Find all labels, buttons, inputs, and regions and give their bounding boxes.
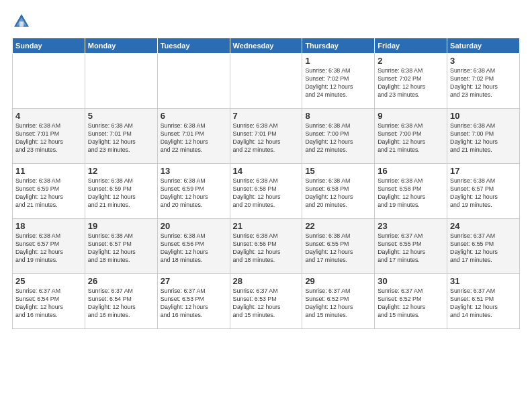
calendar-cell: 2Sunrise: 6:38 AM Sunset: 7:02 PM Daylig… — [375, 54, 447, 109]
day-number: 15 — [305, 166, 371, 176]
calendar-cell — [157, 54, 230, 109]
calendar-cell — [230, 54, 302, 109]
day-info: Sunrise: 6:38 AM Sunset: 7:01 PM Dayligh… — [15, 122, 82, 154]
calendar-cell: 16Sunrise: 6:38 AM Sunset: 6:58 PM Dayli… — [375, 164, 447, 219]
day-number: 18 — [15, 221, 82, 231]
day-info: Sunrise: 6:37 AM Sunset: 6:55 PM Dayligh… — [450, 232, 517, 265]
day-info: Sunrise: 6:37 AM Sunset: 6:51 PM Dayligh… — [450, 287, 517, 320]
calendar-cell: 24Sunrise: 6:37 AM Sunset: 6:55 PM Dayli… — [447, 219, 520, 274]
weekday-header: Friday — [375, 38, 447, 54]
day-number: 5 — [88, 111, 154, 121]
calendar-cell: 20Sunrise: 6:38 AM Sunset: 6:56 PM Dayli… — [157, 219, 230, 274]
day-number: 30 — [378, 276, 444, 286]
calendar-week-row: 18Sunrise: 6:38 AM Sunset: 6:57 PM Dayli… — [13, 219, 520, 274]
calendar-cell: 10Sunrise: 6:38 AM Sunset: 7:00 PM Dayli… — [447, 109, 520, 164]
day-info: Sunrise: 6:37 AM Sunset: 6:53 PM Dayligh… — [233, 287, 300, 320]
day-number: 8 — [305, 111, 371, 121]
day-number: 29 — [305, 276, 371, 286]
day-info: Sunrise: 6:38 AM Sunset: 6:56 PM Dayligh… — [161, 232, 227, 265]
calendar-cell: 14Sunrise: 6:38 AM Sunset: 6:58 PM Dayli… — [230, 164, 302, 219]
day-info: Sunrise: 6:38 AM Sunset: 6:55 PM Dayligh… — [305, 232, 371, 265]
day-number: 11 — [15, 166, 82, 176]
day-info: Sunrise: 6:38 AM Sunset: 6:57 PM Dayligh… — [450, 177, 517, 210]
calendar-cell: 19Sunrise: 6:38 AM Sunset: 6:57 PM Dayli… — [85, 219, 157, 274]
weekday-header: Wednesday — [230, 38, 302, 54]
day-info: Sunrise: 6:38 AM Sunset: 6:58 PM Dayligh… — [305, 177, 371, 210]
calendar-cell: 13Sunrise: 6:38 AM Sunset: 6:59 PM Dayli… — [157, 164, 230, 219]
day-info: Sunrise: 6:37 AM Sunset: 6:55 PM Dayligh… — [378, 232, 444, 265]
day-number: 27 — [161, 276, 227, 286]
day-info: Sunrise: 6:38 AM Sunset: 6:59 PM Dayligh… — [15, 177, 82, 210]
day-info: Sunrise: 6:38 AM Sunset: 7:01 PM Dayligh… — [233, 122, 300, 154]
logo — [12, 12, 34, 31]
calendar-cell — [13, 54, 85, 109]
calendar-cell: 31Sunrise: 6:37 AM Sunset: 6:51 PM Dayli… — [447, 274, 520, 329]
day-info: Sunrise: 6:38 AM Sunset: 6:58 PM Dayligh… — [233, 177, 300, 210]
day-info: Sunrise: 6:38 AM Sunset: 7:01 PM Dayligh… — [161, 122, 227, 154]
day-info: Sunrise: 6:37 AM Sunset: 6:52 PM Dayligh… — [305, 287, 371, 320]
calendar-cell: 17Sunrise: 6:38 AM Sunset: 6:57 PM Dayli… — [447, 164, 520, 219]
day-info: Sunrise: 6:38 AM Sunset: 7:00 PM Dayligh… — [378, 122, 444, 154]
calendar-week-row: 4Sunrise: 6:38 AM Sunset: 7:01 PM Daylig… — [13, 109, 520, 164]
day-number: 3 — [450, 56, 517, 66]
day-number: 26 — [88, 276, 154, 286]
day-info: Sunrise: 6:38 AM Sunset: 7:02 PM Dayligh… — [305, 67, 371, 99]
day-number: 31 — [450, 276, 517, 286]
calendar-cell: 27Sunrise: 6:37 AM Sunset: 6:53 PM Dayli… — [157, 274, 230, 329]
day-number: 17 — [450, 166, 517, 176]
logo-icon — [12, 12, 31, 31]
day-info: Sunrise: 6:38 AM Sunset: 6:56 PM Dayligh… — [233, 232, 300, 265]
calendar-cell: 22Sunrise: 6:38 AM Sunset: 6:55 PM Dayli… — [302, 219, 375, 274]
calendar-cell: 25Sunrise: 6:37 AM Sunset: 6:54 PM Dayli… — [13, 274, 85, 329]
day-number: 4 — [15, 111, 82, 121]
calendar-cell: 1Sunrise: 6:38 AM Sunset: 7:02 PM Daylig… — [302, 54, 375, 109]
day-info: Sunrise: 6:38 AM Sunset: 7:01 PM Dayligh… — [88, 122, 154, 154]
day-number: 10 — [450, 111, 517, 121]
day-number: 23 — [378, 221, 444, 231]
calendar-cell: 7Sunrise: 6:38 AM Sunset: 7:01 PM Daylig… — [230, 109, 302, 164]
day-info: Sunrise: 6:37 AM Sunset: 6:52 PM Dayligh… — [378, 287, 444, 320]
calendar-cell: 18Sunrise: 6:38 AM Sunset: 6:57 PM Dayli… — [13, 219, 85, 274]
calendar-cell — [85, 54, 157, 109]
calendar-week-row: 1Sunrise: 6:38 AM Sunset: 7:02 PM Daylig… — [13, 54, 520, 109]
calendar-cell: 5Sunrise: 6:38 AM Sunset: 7:01 PM Daylig… — [85, 109, 157, 164]
day-number: 24 — [450, 221, 517, 231]
weekday-header: Tuesday — [157, 38, 230, 54]
calendar-cell: 9Sunrise: 6:38 AM Sunset: 7:00 PM Daylig… — [375, 109, 447, 164]
calendar-week-row: 11Sunrise: 6:38 AM Sunset: 6:59 PM Dayli… — [13, 164, 520, 219]
day-number: 20 — [161, 221, 227, 231]
calendar-cell: 30Sunrise: 6:37 AM Sunset: 6:52 PM Dayli… — [375, 274, 447, 329]
day-number: 13 — [161, 166, 227, 176]
day-number: 1 — [305, 56, 371, 66]
calendar-cell: 6Sunrise: 6:38 AM Sunset: 7:01 PM Daylig… — [157, 109, 230, 164]
day-info: Sunrise: 6:38 AM Sunset: 6:57 PM Dayligh… — [15, 232, 82, 265]
calendar-table: SundayMondayTuesdayWednesdayThursdayFrid… — [12, 38, 520, 329]
weekday-header: Sunday — [13, 38, 85, 54]
calendar-cell: 23Sunrise: 6:37 AM Sunset: 6:55 PM Dayli… — [375, 219, 447, 274]
day-number: 16 — [378, 166, 444, 176]
day-info: Sunrise: 6:38 AM Sunset: 6:58 PM Dayligh… — [378, 177, 444, 210]
day-number: 6 — [161, 111, 227, 121]
day-info: Sunrise: 6:38 AM Sunset: 6:59 PM Dayligh… — [161, 177, 227, 210]
day-number: 19 — [88, 221, 154, 231]
calendar-cell: 4Sunrise: 6:38 AM Sunset: 7:01 PM Daylig… — [13, 109, 85, 164]
weekday-header: Monday — [85, 38, 157, 54]
calendar-cell: 15Sunrise: 6:38 AM Sunset: 6:58 PM Dayli… — [302, 164, 375, 219]
header — [12, 12, 520, 31]
day-info: Sunrise: 6:37 AM Sunset: 6:54 PM Dayligh… — [15, 287, 82, 320]
day-info: Sunrise: 6:38 AM Sunset: 6:59 PM Dayligh… — [88, 177, 154, 210]
weekday-header: Saturday — [447, 38, 520, 54]
day-number: 12 — [88, 166, 154, 176]
day-number: 25 — [15, 276, 82, 286]
day-info: Sunrise: 6:38 AM Sunset: 7:02 PM Dayligh… — [450, 67, 517, 99]
weekday-header: Thursday — [302, 38, 375, 54]
calendar-cell: 29Sunrise: 6:37 AM Sunset: 6:52 PM Dayli… — [302, 274, 375, 329]
day-info: Sunrise: 6:38 AM Sunset: 6:57 PM Dayligh… — [88, 232, 154, 265]
svg-rect-2 — [19, 21, 24, 27]
day-number: 21 — [233, 221, 300, 231]
calendar-cell: 3Sunrise: 6:38 AM Sunset: 7:02 PM Daylig… — [447, 54, 520, 109]
day-number: 14 — [233, 166, 300, 176]
day-info: Sunrise: 6:38 AM Sunset: 7:02 PM Dayligh… — [378, 67, 444, 99]
weekday-header-row: SundayMondayTuesdayWednesdayThursdayFrid… — [13, 38, 520, 54]
day-info: Sunrise: 6:37 AM Sunset: 6:54 PM Dayligh… — [88, 287, 154, 320]
